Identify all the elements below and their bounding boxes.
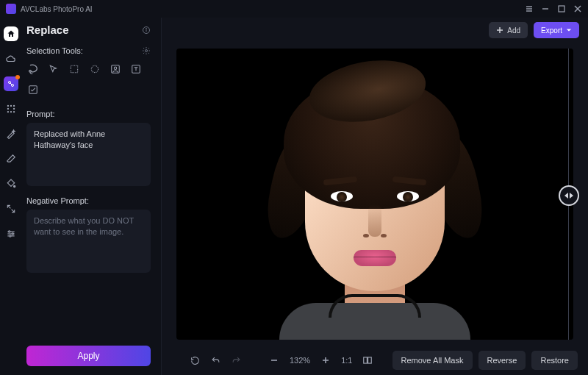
reverse-button[interactable]: Reverse [478, 351, 526, 370]
svg-point-28 [146, 50, 148, 52]
svg-point-33 [114, 67, 117, 70]
svg-point-31 [91, 65, 98, 72]
selection-tools-label: Selection Tools: [26, 46, 83, 55]
svg-point-11 [10, 105, 12, 107]
pointer-tool-icon[interactable] [47, 63, 60, 76]
sparkle-grid-icon[interactable] [4, 101, 18, 116]
close-icon[interactable] [573, 4, 582, 13]
svg-line-9 [10, 83, 12, 85]
cloud-upload-icon[interactable] [4, 51, 18, 66]
redo-icon[interactable] [231, 355, 241, 365]
image-canvas[interactable] [176, 49, 573, 340]
svg-point-14 [13, 108, 15, 110]
minimize-icon[interactable] [541, 4, 550, 13]
side-panel: Replace Selection Tools: Prompt: Replace… [22, 18, 162, 375]
hamburger-menu-icon[interactable] [525, 4, 534, 13]
app-logo-icon [6, 4, 16, 14]
expand-icon[interactable] [4, 201, 18, 216]
ai-badge-icon[interactable] [4, 76, 18, 91]
export-button-label: Export [541, 26, 562, 35]
panel-title: Replace [26, 24, 69, 36]
svg-point-12 [13, 105, 15, 107]
svg-point-17 [13, 111, 15, 113]
svg-rect-32 [112, 65, 120, 74]
rectangle-tool-icon[interactable] [68, 63, 81, 76]
compare-slider-handle[interactable] [559, 185, 579, 206]
negative-prompt-label: Negative Prompt: [26, 196, 151, 205]
restore-button[interactable]: Restore [531, 351, 578, 370]
svg-point-10 [7, 105, 9, 107]
svg-rect-42 [368, 357, 372, 363]
svg-point-22 [9, 231, 10, 232]
add-button[interactable]: Add [489, 22, 528, 38]
paint-bucket-icon[interactable] [4, 176, 18, 191]
ellipse-tool-icon[interactable] [88, 63, 101, 76]
svg-point-15 [7, 111, 9, 113]
vertical-toolstrip [0, 18, 22, 375]
svg-point-13 [7, 108, 9, 110]
svg-point-23 [12, 233, 13, 235]
add-button-label: Add [507, 26, 520, 35]
svg-rect-30 [71, 65, 77, 72]
zoom-in-icon[interactable] [320, 355, 331, 365]
svg-point-24 [10, 235, 11, 237]
sliders-icon[interactable] [4, 226, 18, 241]
eraser-icon[interactable] [4, 151, 18, 166]
rotate-icon[interactable] [190, 355, 200, 365]
maximize-icon[interactable] [557, 4, 566, 13]
auto-select-icon[interactable] [26, 83, 40, 96]
zoom-level-text: 132% [290, 356, 310, 365]
lasso-tool-icon[interactable] [26, 63, 40, 76]
apply-button[interactable]: Apply [26, 346, 151, 366]
svg-point-29 [29, 70, 32, 72]
export-button[interactable]: Export [534, 22, 579, 38]
svg-point-27 [146, 28, 147, 29]
app-title: AVCLabs PhotoPro AI [21, 5, 93, 13]
home-icon[interactable] [4, 26, 18, 41]
svg-point-18 [14, 185, 15, 187]
negative-prompt-textarea[interactable]: Describe what you DO NOT want to see in … [26, 210, 151, 273]
undo-icon[interactable] [210, 355, 220, 365]
info-icon[interactable] [142, 26, 151, 35]
person-select-icon[interactable] [109, 63, 122, 76]
compare-view-icon[interactable] [362, 355, 373, 365]
svg-rect-4 [559, 6, 564, 12]
settings-gear-icon[interactable] [142, 46, 151, 55]
zoom-out-icon[interactable] [269, 355, 279, 365]
svg-point-16 [10, 111, 12, 113]
prompt-label: Prompt: [26, 110, 151, 118]
ratio-text[interactable]: 1:1 [341, 356, 352, 365]
remove-all-mask-button[interactable]: Remove All Mask [392, 351, 473, 370]
magic-wand-icon[interactable] [4, 126, 18, 141]
svg-rect-41 [364, 357, 368, 363]
text-select-icon[interactable] [129, 63, 143, 76]
prompt-textarea[interactable]: Replaced with Anne Hathaway's face [26, 123, 151, 186]
